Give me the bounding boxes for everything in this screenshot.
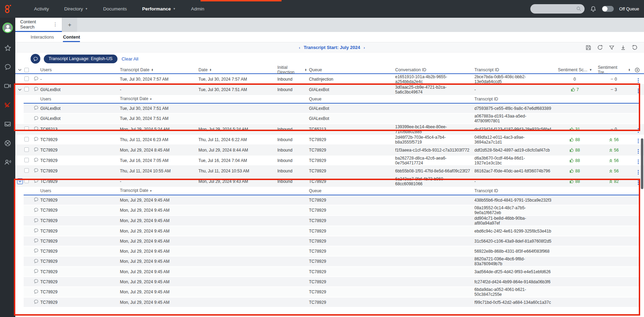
subtable-row[interactable]: TC78929 Mon, Jul 29, 2024 9:45 AM TC7892… bbox=[24, 287, 640, 298]
tab-menu-kebab-icon[interactable]: ⋮ bbox=[51, 21, 59, 27]
row-checkbox[interactable] bbox=[24, 147, 29, 152]
table-row[interactable]: GIALexBot - Tue, Jul 30, 2024 7:51 AM In… bbox=[15, 84, 644, 95]
subtable-row[interactable]: TC78929 Mon, Jul 29, 2024 9:45 AM TC7892… bbox=[24, 216, 640, 226]
subtable-row[interactable]: GIALexBot Tue, Jul 30, 2024 7:51 AM GIAL… bbox=[24, 114, 640, 124]
table-row[interactable]: - Tue, Jul 30, 2024 7:57 AM Tue, Jul 30,… bbox=[15, 74, 644, 84]
transcript-filter-icon[interactable] bbox=[31, 54, 40, 64]
table-row[interactable]: TC78929 - Mon, Jul 29, 2024 9:43 AM Inbo… bbox=[15, 176, 644, 187]
subcol-users[interactable]: Users bbox=[40, 97, 120, 101]
clear-all-link[interactable]: Clear All bbox=[122, 56, 138, 62]
filter-funnel-icon[interactable] bbox=[609, 45, 614, 50]
subtable-row[interactable]: TC78929 Mon, Jul 29, 2024 9:45 AM TC7892… bbox=[24, 226, 640, 236]
row-menu-kebab-icon[interactable] bbox=[638, 160, 639, 164]
subcol-transcript-date[interactable]: Transcript Date ▼ bbox=[120, 96, 198, 102]
notifications-bell-icon[interactable] bbox=[590, 6, 596, 12]
collapse-group-chevron[interactable] bbox=[18, 89, 22, 91]
row-checkbox[interactable] bbox=[24, 76, 29, 81]
nav-directory[interactable]: Directory▼ bbox=[64, 6, 88, 11]
favorites-star-icon[interactable] bbox=[4, 44, 11, 52]
collapse-all-chevron[interactable] bbox=[15, 69, 24, 71]
subcol-users[interactable]: Users bbox=[40, 188, 120, 193]
row-menu-kebab-icon[interactable] bbox=[638, 78, 639, 83]
row-menu-kebab-icon[interactable] bbox=[638, 89, 639, 93]
subtable-row[interactable]: TC78929 Mon, Jul 29, 2024 9:45 AM TC7892… bbox=[24, 257, 640, 267]
subtable-row[interactable]: TC78929 Mon, Jul 29, 2024 9:45 AM TC7892… bbox=[24, 205, 640, 216]
sort-icon[interactable]: ▲▼ bbox=[151, 68, 153, 71]
table-row[interactable]: TC65213 Mon, Jul 29, 2024 5:24 AM Mon, J… bbox=[15, 124, 644, 135]
cell-queue: TC78929 bbox=[309, 269, 395, 274]
subtable-row[interactable]: TC78929 Mon, Jul 29, 2024 9:45 AM TC7892… bbox=[24, 236, 640, 246]
row-checkbox[interactable] bbox=[24, 158, 29, 162]
video-camera-icon[interactable] bbox=[4, 82, 11, 90]
subcol-transcript-id[interactable]: Transcript ID bbox=[474, 97, 554, 101]
date-range-label[interactable]: Transcript Start: July 2024 bbox=[304, 45, 360, 50]
agent-interactions-icon[interactable] bbox=[4, 158, 11, 166]
row-checkbox[interactable] bbox=[24, 179, 29, 183]
nav-documents[interactable]: Documents bbox=[103, 6, 127, 11]
save-icon[interactable] bbox=[586, 45, 591, 50]
sort-icon[interactable]: ▲▼ bbox=[305, 68, 307, 71]
queue-status-toggle[interactable] bbox=[602, 6, 614, 12]
restore-view-icon[interactable] bbox=[632, 44, 638, 50]
row-menu-kebab-icon[interactable] bbox=[638, 128, 639, 133]
nav-activity[interactable]: Activity bbox=[34, 6, 49, 11]
add-tab-button[interactable]: + bbox=[62, 18, 77, 32]
select-all-checkbox[interactable] bbox=[24, 68, 29, 72]
sort-desc-icon[interactable]: ▼ bbox=[149, 98, 152, 101]
tab-interactions[interactable]: Interactions bbox=[31, 34, 54, 42]
col-header-initial-direction[interactable]: Initial Direction▲▼ bbox=[277, 65, 309, 75]
row-checkbox[interactable] bbox=[24, 127, 29, 131]
table-row[interactable]: TC78929 Mon, Jul 29, 2024 8:45 AM Mon, J… bbox=[15, 145, 644, 155]
row-menu-kebab-icon[interactable] bbox=[638, 139, 639, 143]
col-header-date[interactable]: Date▲▼ bbox=[198, 67, 277, 72]
table-row[interactable]: TC78929 Tue, Jul 16, 2024 7:05 AM Tue, J… bbox=[15, 155, 644, 166]
col-header-users[interactable]: Users bbox=[40, 67, 120, 72]
row-menu-kebab-icon[interactable] bbox=[638, 170, 639, 174]
table-row[interactable]: TC78929 Thu, Jul 11, 2024 10:55 AM Thu, … bbox=[15, 166, 644, 176]
inbox-icon[interactable] bbox=[4, 120, 11, 128]
filter-chip-language[interactable]: Transcript Language: English-US bbox=[44, 55, 117, 63]
subtable-row[interactable]: TC78929 Mon, Jul 29, 2024 9:45 AM TC7892… bbox=[24, 267, 640, 277]
download-icon[interactable] bbox=[620, 45, 626, 50]
col-header-transcript-date[interactable]: Transcript Date▲▼ bbox=[120, 67, 198, 72]
subcol-transcript-date[interactable]: Transcript Date ▼ bbox=[120, 188, 198, 194]
subtable-row[interactable]: TC78929 Mon, Jul 29, 2024 9:45 AM TC7892… bbox=[24, 277, 640, 287]
sort-icon[interactable]: ▲▼ bbox=[628, 68, 630, 71]
sort-desc-icon[interactable]: ▼ bbox=[149, 189, 152, 193]
tab-content-search[interactable]: Content Search ⋮ bbox=[15, 18, 62, 32]
sort-icon[interactable]: ▲▼ bbox=[209, 68, 211, 71]
col-header-transcript-id[interactable]: Transcript ID bbox=[474, 67, 554, 72]
prev-month-arrow[interactable]: ‹ bbox=[299, 46, 300, 50]
subcol-transcript-id[interactable]: Transcript ID bbox=[474, 188, 554, 193]
subcol-queue[interactable]: Queue bbox=[309, 97, 395, 101]
subcol-queue[interactable]: Queue bbox=[309, 188, 395, 193]
next-month-arrow[interactable]: › bbox=[364, 46, 365, 50]
row-menu-kebab-icon[interactable] bbox=[638, 149, 639, 154]
subtable-row[interactable]: GIALexBot Tue, Jul 30, 2024 7:51 AM GIAL… bbox=[24, 104, 640, 114]
add-column-button[interactable] bbox=[633, 67, 644, 73]
subtable-row[interactable]: TC78929 Mon, Jul 29, 2024 9:45 AM TC7892… bbox=[24, 195, 640, 205]
table-row[interactable]: TC78929 Thu, Jul 11, 2024 6:23 AM Thu, J… bbox=[15, 135, 644, 145]
subtable-row[interactable]: TC78929 Mon, Jul 29, 2024 9:45 AM TC7892… bbox=[24, 246, 640, 257]
support-wheel-icon[interactable] bbox=[4, 139, 11, 147]
row-menu-kebab-icon[interactable] bbox=[638, 180, 639, 185]
vertical-scrollbar-thumb[interactable] bbox=[641, 138, 643, 189]
refresh-icon[interactable] bbox=[597, 44, 603, 50]
tab-content[interactable]: Content bbox=[63, 34, 80, 42]
genesys-logo[interactable] bbox=[0, 0, 16, 18]
row-checkbox[interactable] bbox=[24, 87, 29, 91]
collapse-group-button[interactable] bbox=[17, 178, 23, 184]
col-header-queue[interactable]: Queue bbox=[309, 67, 395, 72]
subtable-row[interactable]: TC78929 Mon, Jul 29, 2024 9:45 AM TC7892… bbox=[24, 298, 640, 308]
sort-desc-icon[interactable]: ▼ bbox=[589, 68, 592, 72]
nav-admin[interactable]: Admin bbox=[191, 6, 204, 11]
col-header-sentiment-trend[interactable]: Sentiment Tre...▲▼ bbox=[598, 65, 633, 75]
avatar[interactable] bbox=[2, 23, 13, 33]
col-header-conversation-id[interactable]: Conversation ID bbox=[395, 67, 474, 72]
phone-off-icon[interactable] bbox=[4, 101, 11, 109]
row-checkbox[interactable] bbox=[24, 137, 29, 141]
row-checkbox[interactable] bbox=[24, 168, 29, 173]
nav-performance[interactable]: Performance▼ bbox=[142, 6, 176, 11]
messages-chat-icon[interactable] bbox=[4, 63, 11, 71]
col-header-sentiment-score[interactable]: Sentiment Sc...▼ bbox=[554, 67, 598, 72]
